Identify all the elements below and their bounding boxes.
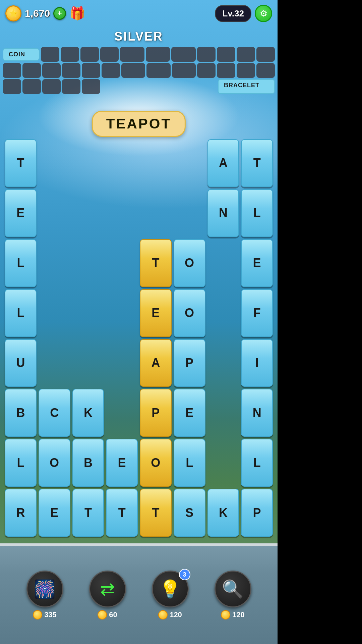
divider [0, 543, 278, 546]
spacer [102, 79, 217, 94]
tile-0-6[interactable]: A [207, 139, 239, 187]
word-row-2 [3, 63, 275, 78]
empty-slot [146, 47, 170, 62]
tile-6-0[interactable]: L [5, 439, 37, 487]
tile-5-1[interactable]: C [39, 389, 70, 437]
tile-5-2[interactable]: K [72, 389, 104, 437]
tile-5-4[interactable]: P [140, 389, 172, 437]
tile-7-0[interactable]: R [5, 489, 37, 537]
tile-3-5[interactable]: O [174, 289, 205, 337]
tile-7-1[interactable]: E [39, 489, 70, 537]
firework-cost: 335 [33, 610, 57, 620]
empty-slot [42, 79, 61, 94]
tile-3-7[interactable]: F [241, 289, 273, 337]
coin-count: 1,670 [25, 8, 50, 19]
level-badge: Lv.32 [215, 5, 251, 22]
found-word-coin: COIN [3, 48, 40, 61]
empty-slot [121, 63, 145, 78]
empty-slot [171, 47, 196, 62]
search-cost: 120 [221, 610, 245, 620]
tile-5-5[interactable]: E [174, 389, 205, 437]
word-row-1: COIN [3, 47, 275, 62]
tile-4-0[interactable]: U [5, 339, 37, 387]
tile-0-2 [72, 139, 104, 187]
tile-2-3 [106, 239, 138, 287]
tile-3-1 [39, 289, 70, 337]
tile-7-3[interactable]: T [106, 489, 138, 537]
tile-4-4[interactable]: A [140, 339, 172, 387]
tile-1-7[interactable]: L [241, 189, 273, 237]
firework-tool[interactable]: 🎆 335 [26, 571, 63, 620]
hint-cost: 120 [158, 610, 182, 620]
tile-6-7[interactable]: L [241, 439, 273, 487]
tile-1-1 [39, 189, 70, 237]
tile-1-5 [174, 189, 205, 237]
hint-icon: 💡 3 [152, 571, 189, 607]
shuffle-tool[interactable]: ⇄ 60 [89, 571, 126, 620]
settings-button[interactable]: ⚙ [255, 5, 272, 22]
hint-tool[interactable]: 💡 3 120 [152, 571, 189, 620]
tile-4-5[interactable]: P [174, 339, 205, 387]
add-coins-button[interactable]: + [53, 7, 66, 20]
tile-6-2[interactable]: B [72, 439, 104, 487]
word-row-3: BRACELET [3, 79, 275, 94]
tile-1-6[interactable]: N [207, 189, 239, 237]
tile-7-5[interactable]: S [174, 489, 205, 537]
empty-slot [22, 79, 41, 94]
empty-slot [237, 47, 255, 62]
tile-5-6 [207, 389, 239, 437]
tile-5-3 [106, 389, 138, 437]
empty-slot [217, 47, 235, 62]
tile-6-5[interactable]: L [174, 439, 205, 487]
tile-6-4[interactable]: O [140, 439, 172, 487]
empty-slot [82, 79, 100, 94]
tile-7-2[interactable]: T [72, 489, 104, 537]
empty-slot [172, 63, 196, 78]
tile-2-6 [207, 239, 239, 287]
tile-0-1 [39, 139, 70, 187]
tile-6-1[interactable]: O [39, 439, 70, 487]
tile-1-0[interactable]: E [5, 189, 37, 237]
search-tool[interactable]: 🔍 120 [215, 571, 251, 620]
tile-0-3 [106, 139, 138, 187]
tile-7-7[interactable]: P [241, 489, 273, 537]
gift-icon[interactable]: 🎁 [69, 6, 85, 21]
tile-3-0[interactable]: L [5, 289, 37, 337]
page-title: SILVER [0, 30, 278, 44]
tools-row: 🎆 335 ⇄ 60 💡 3 120 [0, 546, 278, 644]
bottom-bar: 🎆 335 ⇄ 60 💡 3 120 [0, 543, 278, 644]
empty-slot [256, 63, 275, 78]
tile-7-4[interactable]: T [140, 489, 172, 537]
empty-slot [3, 79, 21, 94]
tile-3-3 [106, 289, 138, 337]
empty-slot [256, 47, 275, 62]
tile-0-0[interactable]: T [5, 139, 37, 187]
tile-0-5 [174, 139, 205, 187]
empty-slot [62, 63, 80, 78]
empty-slot [62, 79, 80, 94]
tile-2-0[interactable]: L [5, 239, 37, 287]
tile-0-7[interactable]: T [241, 139, 273, 187]
tile-7-6[interactable]: K [207, 489, 239, 537]
tile-6-6 [207, 439, 239, 487]
hint-badge: 3 [179, 569, 190, 580]
search-icon: 🔍 [215, 571, 251, 607]
tile-0-4 [140, 139, 172, 187]
tile-4-7[interactable]: I [241, 339, 273, 387]
tile-3-4[interactable]: E [140, 289, 172, 337]
firework-icon: 🎆 [26, 571, 63, 607]
tile-5-0[interactable]: B [5, 389, 37, 437]
coin-icon: ⭐ [5, 5, 21, 21]
tile-6-3[interactable]: E [106, 439, 138, 487]
tile-5-7[interactable]: N [241, 389, 273, 437]
tile-1-2 [72, 189, 104, 237]
empty-slot [120, 47, 144, 62]
found-word-bracelet: BRACELET [218, 79, 275, 94]
tile-2-4[interactable]: T [140, 239, 172, 287]
empty-slot [22, 63, 41, 78]
shuffle-icon: ⇄ [89, 571, 126, 607]
empty-slot [42, 63, 61, 78]
empty-slot [237, 63, 255, 78]
tile-2-5[interactable]: O [174, 239, 205, 287]
tile-2-7[interactable]: E [241, 239, 273, 287]
